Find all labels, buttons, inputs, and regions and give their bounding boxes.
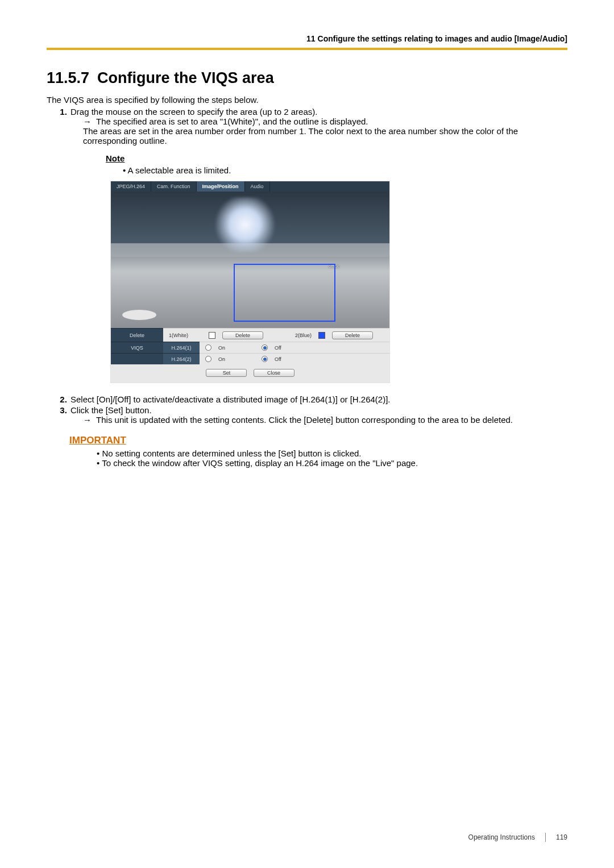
set-button[interactable]: Set	[206, 369, 247, 377]
area-1-label: 1(White)	[169, 333, 202, 338]
delete-area-2-button[interactable]: Delete	[332, 331, 373, 339]
area-2-label: 2(Blue)	[295, 333, 312, 338]
footer-page-number: 119	[556, 833, 567, 841]
tab-jpeg[interactable]: JPEG/H.264	[111, 181, 151, 192]
label-off-2: Off	[275, 356, 281, 362]
important-bullet-2: To check the window after VIQS setting, …	[97, 458, 567, 468]
step-3: Click the [Set] button. → This unit is u…	[69, 405, 567, 425]
step-3-arrow: → This unit is updated with the setting …	[96, 415, 567, 425]
step-1: Drag the mouse on the screen to specify …	[69, 107, 567, 383]
important-bullet-1: No setting contents are determined unles…	[97, 448, 567, 458]
page-footer: Operating Instructions 119	[468, 833, 567, 842]
section-number: 11.5.7	[47, 69, 89, 86]
radio-h264-1-off[interactable]	[262, 344, 268, 351]
app-screenshot: JPEG/H.264 Cam. Function Image/Position …	[110, 181, 390, 383]
step-3-text: Click the [Set] button.	[70, 405, 152, 415]
running-header: 11 Configure the settings relating to im…	[47, 34, 567, 48]
section-title-text: Configure the VIQS area	[97, 69, 274, 86]
radio-h264-1-on[interactable]	[205, 344, 211, 351]
tab-cam-function[interactable]: Cam. Function	[151, 181, 197, 192]
step-2: Select [On]/[Off] to activate/deactivate…	[69, 394, 567, 404]
label-off: Off	[275, 345, 281, 351]
intro-text: The VIQS area is specified by following …	[47, 95, 567, 105]
row-label-delete: Delete	[111, 328, 163, 342]
tab-bar: JPEG/H.264 Cam. Function Image/Position …	[111, 181, 389, 192]
camera-preview[interactable]: office	[111, 192, 389, 328]
row-label-viqs: VIQS	[111, 342, 163, 353]
swatch-blue	[318, 332, 325, 339]
swatch-white	[209, 332, 215, 339]
radio-h264-2-off[interactable]	[262, 356, 268, 362]
step-1-continued: The areas are set in the area number ord…	[83, 126, 567, 146]
delete-area-1-button[interactable]: Delete	[222, 331, 263, 339]
tab-image-position[interactable]: Image/Position	[197, 181, 245, 192]
important-heading: IMPORTANT	[69, 435, 567, 446]
section-heading: 11.5.7Configure the VIQS area	[47, 69, 567, 87]
step-1-arrow: → The specified area is set to area "1(W…	[96, 117, 567, 126]
label-on: On	[218, 345, 225, 351]
footer-doc-title: Operating Instructions	[468, 833, 535, 841]
sub-label-h264-1: H.264(1)	[163, 342, 200, 353]
selection-box-blue[interactable]	[234, 264, 335, 322]
label-on-2: On	[218, 356, 225, 362]
radio-h264-2-on[interactable]	[205, 356, 211, 362]
close-button[interactable]: Close	[254, 369, 294, 377]
note-bullet-1: A selectable area is limited.	[123, 165, 567, 175]
tab-audio[interactable]: Audio	[245, 181, 270, 192]
sub-label-h264-2: H.264(2)	[163, 353, 200, 364]
header-rule	[47, 48, 567, 50]
step-1-text: Drag the mouse on the screen to specify …	[70, 107, 317, 117]
note-heading: Note	[106, 153, 567, 163]
